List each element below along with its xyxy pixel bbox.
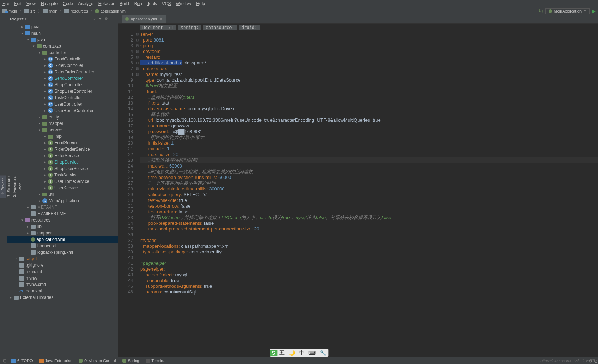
tree-node-resources[interactable]: ▾resources [7, 217, 118, 223]
menu-window[interactable]: Window [176, 1, 191, 6]
menu-run[interactable]: Run [134, 1, 142, 6]
breadcrumb-project[interactable]: meiri [2, 9, 17, 13]
ime-keyboard-icon[interactable]: ⌨ [306, 350, 318, 356]
tree-node-java[interactable]: ▸java [7, 24, 118, 30]
tree-node-mapper[interactable]: ▸mapper [7, 230, 118, 236]
menu-build[interactable]: Build [120, 1, 129, 6]
code-editor[interactable]: 1234567891011121314151617181920212223242… [118, 31, 598, 357]
terminal-icon [146, 359, 150, 363]
tree-node-ridercontroller[interactable]: ▸CRiderController [7, 62, 118, 69]
bottom-todo[interactable]: 6: TODO [11, 359, 33, 363]
ime-moon-icon[interactable]: 🌙 [287, 350, 297, 356]
menu-file[interactable]: File [2, 1, 9, 6]
tree-node-shopusercontroller[interactable]: ▸CShopUserController [7, 88, 118, 94]
tree-node-riderorderservice[interactable]: ▸IRiderOrderService [7, 146, 118, 152]
menu-analyze[interactable]: Analyze [78, 1, 93, 6]
tool-tab-project[interactable]: 1: Project [0, 175, 6, 198]
run-button[interactable]: ▶ [592, 8, 596, 14]
editor-tab-application-yml[interactable]: application.yml × [122, 15, 166, 23]
tree-node-meiri-iml[interactable]: meiri.iml [7, 268, 118, 275]
tree-node-foodservice[interactable]: ▸IFoodService [7, 140, 118, 146]
bottom-spring[interactable]: Spring [122, 359, 139, 363]
locate-icon[interactable]: ⊕ [92, 16, 96, 21]
tool-tab-structure[interactable]: 7: Structure [6, 174, 11, 200]
breadcrumb-main[interactable]: main [43, 9, 58, 13]
tree-node-foodcontroller[interactable]: ▸CFoodController [7, 56, 118, 62]
crumb-datasource[interactable]: datasource: [203, 25, 237, 30]
tree-node-userhomeservice[interactable]: ▸IUserHomeService [7, 178, 118, 185]
tree-node-userhomecontroller[interactable]: ▸CUserHomeController [7, 107, 118, 114]
tree-node-meta-inf[interactable]: ▸META-INF [7, 204, 118, 210]
tool-window-icon[interactable]: ▢ [3, 358, 9, 363]
tree-node-manifest-mf[interactable]: MANIFEST.MF [7, 210, 118, 217]
tree-node-userservice[interactable]: ▸IUserService [7, 185, 118, 191]
breadcrumb-resources[interactable]: resources [64, 9, 88, 13]
enterprise-icon [39, 359, 44, 363]
tree-node-banner-txt[interactable]: banner.txt [7, 243, 118, 249]
hide-icon[interactable]: — [111, 16, 115, 21]
crumb-spring[interactable]: spring: [178, 25, 202, 30]
menu-vcs[interactable]: VCS [162, 1, 171, 6]
bottom-java-enterprise[interactable]: Java Enterprise [39, 359, 72, 363]
tree-node-java[interactable]: ▾java [7, 37, 118, 43]
tree-node-pom-xml[interactable]: mpom.xml [7, 288, 118, 294]
tree-node-shopservice[interactable]: ▸IShopService [7, 159, 118, 165]
tree-node-mvnw[interactable]: mvnw [7, 275, 118, 281]
ime-cn[interactable]: 中 [297, 350, 306, 356]
collapse-icon[interactable]: ≑ [98, 16, 102, 21]
menu-code[interactable]: Code [63, 1, 73, 6]
gear-icon[interactable]: ⚙ [104, 16, 108, 21]
tree-node-lib[interactable]: ▸lib [7, 223, 118, 230]
tree-node-riderordercontroller[interactable]: ▸CRiderOrderController [7, 69, 118, 75]
project-tree[interactable]: ▸java▾main▾java▾com.zxzb▾controller▸CFoo… [7, 23, 118, 357]
bottom-vcs[interactable]: 9: Version Control [79, 359, 116, 363]
ime-wrench-icon[interactable]: 🔧 [318, 350, 328, 356]
ime-lang[interactable]: 五 [277, 350, 287, 356]
run-config-selector[interactable]: MeiriApplication [545, 8, 590, 14]
menu-view[interactable]: View [26, 1, 36, 6]
breadcrumb-file[interactable]: application.yml [95, 9, 127, 13]
tree-node-usercontroller[interactable]: ▸CUserController [7, 101, 118, 107]
menu-refactor[interactable]: Refactor [98, 1, 115, 6]
editor-crumb-bar: Document 1/1 spring: datasource: druid: [118, 24, 598, 31]
fold-gutter[interactable]: ⊟ ⊟⊟⊟ ⊟ ⊟ ⊟ ⊟ [136, 31, 140, 357]
tree-node-riderservice[interactable]: ▸IRiderService [7, 152, 118, 159]
folder-icon [64, 9, 69, 13]
tree-node-com-zxzb[interactable]: ▾com.zxzb [7, 43, 118, 49]
menu-tools[interactable]: Tools [147, 1, 157, 6]
tree-node-external-libraries[interactable]: ▸External Libraries [7, 294, 118, 301]
tree-node-shopuserservice[interactable]: ▸IShopUserService [7, 165, 118, 172]
tree-node-mvnw-cmd[interactable]: mvnw.cmd [7, 281, 118, 288]
menu-edit[interactable]: Edit [14, 1, 21, 6]
tree-node-sendcontroller[interactable]: ▸CSendController [7, 75, 118, 82]
tree-node-logback-spring-xml[interactable]: logback-spring.xml [7, 249, 118, 256]
todo-icon [11, 359, 16, 363]
watermark: https://blog.csdn.net/A_JavaEE [540, 359, 595, 363]
menu-help[interactable]: Help [196, 1, 205, 6]
tree-node--gitignore[interactable]: .gitignore [7, 262, 118, 268]
close-icon[interactable]: × [160, 17, 162, 21]
tree-node-util[interactable]: ▸util [7, 191, 118, 198]
tree-node-meiriapplication[interactable]: ▸CMeiriApplication [7, 198, 118, 204]
build-icon[interactable]: ⬇↓ [538, 9, 544, 13]
crumb-document[interactable]: Document 1/1 [140, 25, 176, 30]
tree-node-taskservice[interactable]: ▸ITaskService [7, 172, 118, 178]
tree-node-controller[interactable]: ▾controller [7, 49, 118, 56]
tree-node-service[interactable]: ▾service [7, 127, 118, 133]
bottom-terminal[interactable]: Terminal [146, 359, 166, 363]
menu-navigate[interactable]: Navigate [41, 1, 58, 6]
tool-tab-favorites[interactable]: 2: Favorites [11, 174, 17, 200]
tree-node-main[interactable]: ▾main [7, 30, 118, 37]
crumb-druid[interactable]: druid: [239, 25, 260, 30]
tool-tab-web[interactable]: Web [17, 180, 23, 193]
breadcrumb-src[interactable]: src [24, 9, 36, 13]
tree-node-application-yml[interactable]: application.yml [7, 236, 118, 243]
tree-node-shopcontroller[interactable]: ▸CShopController [7, 82, 118, 88]
tree-node-taskcontroller[interactable]: ▸CTaskController [7, 94, 118, 101]
tree-node-entity[interactable]: ▸entity [7, 114, 118, 120]
code-content[interactable]: server: port: 8081spring: devtools: rest… [140, 31, 598, 357]
ime-toolbar[interactable]: S 五 🌙 中 ⌨ 🔧 [270, 349, 328, 357]
tree-node-impl[interactable]: ▸Impl [7, 133, 118, 140]
tree-node-mapper[interactable]: ▸mapper [7, 120, 118, 127]
tree-node-target[interactable]: ▸target [7, 256, 118, 262]
